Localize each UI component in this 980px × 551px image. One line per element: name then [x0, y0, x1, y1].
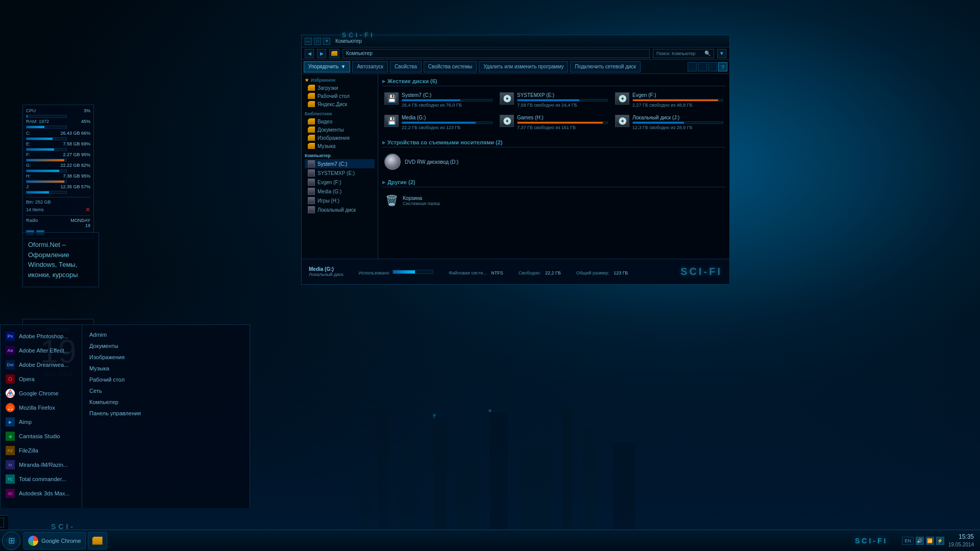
drive-h-bar: [518, 122, 603, 123]
taskbar-explorer-btn[interactable]: [88, 532, 107, 549]
images-icon: [308, 135, 315, 141]
start-app-photoshop[interactable]: Ps Adobe Photoshop...: [1, 329, 82, 343]
drive-j[interactable]: 💿 Локальный диск (J:) 12,3 ГБ свободно и…: [613, 113, 725, 132]
libraries-title: Библиотеки: [305, 111, 375, 116]
start-button[interactable]: [2, 532, 20, 550]
address-input[interactable]: Компьютер: [342, 49, 650, 58]
start-off-button[interactable]: OFF►: [0, 518, 4, 528]
aftereffects-icon: Ae: [6, 346, 15, 355]
start-link-music[interactable]: Музыка: [82, 363, 250, 374]
help-btn[interactable]: ?: [718, 62, 727, 71]
start-app-firefox[interactable]: 🦊 Mozilla Firefox: [1, 400, 82, 415]
sidebar-downloads[interactable]: Загрузки: [305, 84, 375, 92]
start-link-network[interactable]: Сеть: [82, 385, 250, 396]
network-icon[interactable]: 📶: [926, 537, 934, 545]
start-app-dreamweaver[interactable]: Dw Adobe Dreamwea...: [1, 358, 82, 372]
tray-date-value: 19.05.2014: [948, 541, 974, 548]
drive-g-icon: 💾: [384, 115, 399, 127]
sidebar-e-drive[interactable]: SYSTEMXP (E:): [305, 168, 375, 178]
view-detail-btn[interactable]: [708, 62, 717, 71]
search-icon: 🔍: [704, 51, 710, 56]
sidebar-f-drive[interactable]: Evgen (F:): [305, 178, 375, 187]
ram-value: 45%: [81, 119, 90, 124]
yandex-icon: [308, 101, 315, 107]
sidebar-c-drive[interactable]: System7 (C:): [305, 159, 375, 168]
start-app-totalcmd[interactable]: TC Total commander...: [1, 472, 82, 486]
nav-back[interactable]: ◀: [305, 49, 314, 58]
start-link-admin[interactable]: Admim: [82, 329, 250, 340]
recycle-bin[interactable]: 🗑️ Корзина Системная папка: [382, 191, 442, 210]
drive-h-icon: [308, 197, 315, 204]
drive-h[interactable]: 💿 Games (H:) 7,37 ГБ свободно из 161 ГБ: [498, 113, 610, 132]
view-options-btn[interactable]: ▼: [717, 49, 726, 58]
view-icon-btn[interactable]: [688, 62, 697, 71]
toolbar-organize[interactable]: Упорядочить ▼: [304, 61, 350, 72]
status-used-bar: [393, 270, 433, 274]
sidebar-g-drive[interactable]: Media (G:): [305, 187, 375, 196]
svg-rect-6: [521, 448, 551, 530]
start-link-desktop[interactable]: Рабочий стол: [82, 374, 250, 385]
sidebar-music[interactable]: Музыка: [305, 142, 375, 150]
start-app-filezilla[interactable]: FZ FileZilla: [1, 443, 82, 458]
chrome-label: Google Chrome: [19, 390, 59, 396]
toolbar-properties[interactable]: Свойства: [390, 61, 422, 72]
tray-time-value: 15:35: [948, 533, 974, 541]
search-bar[interactable]: Поиск: Компьютер 🔍: [653, 49, 714, 58]
start-app-camtasia[interactable]: ◉ Camtasia Studio: [1, 429, 82, 443]
win-minimize[interactable]: —: [305, 38, 312, 45]
drive-e[interactable]: 💿 SYSTEMXP (E:) 7,58 ГБ свободно из 24,4…: [498, 90, 610, 110]
folder-icon: [331, 51, 337, 56]
drive-j-info: Локальный диск (J:) 12,3 ГБ свободно из …: [632, 115, 723, 130]
start-link-controlpanel[interactable]: Панель управления: [82, 408, 250, 419]
start-app-aimp[interactable]: ▶ Aimp: [1, 415, 82, 429]
svg-rect-1: [378, 407, 388, 530]
cpu-label: CPU: [26, 108, 36, 113]
nav-folder-icon[interactable]: [329, 49, 339, 58]
toolbar-system-properties[interactable]: Свойства системы: [424, 61, 477, 72]
sidebar-local-disk[interactable]: Локальный диск: [305, 205, 375, 214]
drive-g[interactable]: 💾 Media (G:) 22,2 ГБ свободно из 123 ГБ: [382, 113, 495, 132]
taskbar-chrome-btn[interactable]: Google Chrome: [23, 532, 86, 549]
favorites-title: ★ Избранное: [305, 78, 375, 83]
sidebar-desktop[interactable]: Рабочий стол: [305, 92, 375, 100]
start-app-miranda[interactable]: M Miranda-IM/Razin...: [1, 458, 82, 472]
start-app-aftereffects[interactable]: Ae Adobe After Effect...: [1, 343, 82, 358]
camtasia-icon: ◉: [6, 432, 15, 441]
toolbar-autoplay[interactable]: Автозапуск: [352, 61, 388, 72]
sidebar-yandex[interactable]: Яндекс.Диск: [305, 100, 375, 108]
miranda-icon: M: [6, 460, 15, 469]
status-total: Общий размер: 123 ГБ: [576, 267, 628, 277]
toolbar-uninstall[interactable]: Удалить или изменить программу: [479, 61, 568, 72]
sidebar-h-drive[interactable]: Игры (H:): [305, 196, 375, 205]
text-widget: Oformi.Net – Оформление Windows, Темы, и…: [22, 232, 99, 287]
sidebar-images[interactable]: Изображения: [305, 134, 375, 142]
lang-indicator[interactable]: EN: [902, 537, 914, 545]
chrome-btn-label: Google Chrome: [41, 538, 81, 544]
chrome-taskbar-icon: [28, 536, 38, 546]
nav-forward[interactable]: ▶: [317, 49, 326, 58]
drive-f[interactable]: 💿 Evgen (F:) 2,27 ГБ свободно из 48,8 ГБ: [613, 90, 725, 110]
view-list-btn[interactable]: [698, 62, 707, 71]
start-link-docs[interactable]: Документы: [82, 340, 250, 352]
start-app-3dsmax[interactable]: 3D Autodesk 3ds Max...: [1, 486, 82, 500]
drive-c-bar: [402, 99, 460, 101]
volume-icon[interactable]: 🔊: [916, 537, 924, 545]
start-app-chrome[interactable]: Google Chrome: [1, 386, 82, 400]
drive-e-icon: 💿: [500, 92, 514, 105]
drive-c[interactable]: 💾 System7 (C:) 26,4 ГБ свободно из 76,0 …: [382, 90, 495, 110]
dvd-drive[interactable]: DVD RW дисковод (D:): [382, 152, 725, 172]
explorer-taskbar-icon: [92, 537, 103, 545]
drive-c-icon: 💾: [384, 92, 399, 105]
toolbar-map-drive[interactable]: Подключить сетевой диск: [570, 61, 641, 72]
power-icon[interactable]: ⚡: [936, 537, 944, 545]
sidebar-video[interactable]: Видео: [305, 117, 375, 126]
win-close[interactable]: ✕: [323, 38, 330, 45]
win-restore[interactable]: □: [314, 38, 321, 45]
filezilla-icon: FZ: [6, 446, 15, 455]
start-link-computer[interactable]: Компьютер: [82, 396, 250, 408]
tray-clock[interactable]: 15:35 19.05.2014: [948, 533, 974, 548]
drive-e-bar: [518, 99, 579, 101]
start-app-opera[interactable]: O Opera: [1, 372, 82, 386]
start-link-images[interactable]: Изображения: [82, 352, 250, 363]
sidebar-docs[interactable]: Документы: [305, 126, 375, 134]
